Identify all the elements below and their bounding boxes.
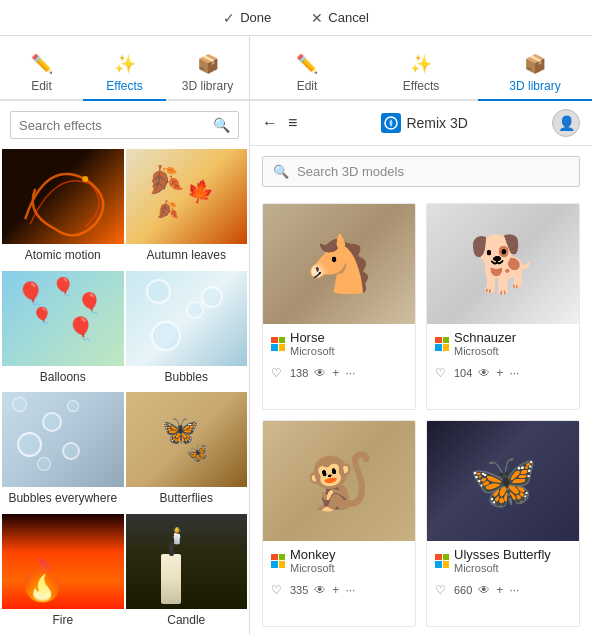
- back-button[interactable]: ←: [262, 114, 278, 132]
- more-icon[interactable]: ···: [345, 583, 355, 597]
- remix3d-logo: Remix 3D: [381, 113, 467, 133]
- done-button[interactable]: ✓ Done: [223, 10, 271, 26]
- model-likes: 104: [454, 367, 472, 379]
- more-icon[interactable]: ···: [509, 366, 519, 380]
- model-likes: 335: [290, 584, 308, 596]
- add-icon[interactable]: +: [496, 366, 503, 380]
- search-3d-bar[interactable]: 🔍 Search 3D models: [262, 156, 580, 187]
- tab-effects-right[interactable]: ✨ Effects: [364, 45, 478, 99]
- top-bar: ✓ Done ✕ Cancel: [0, 0, 592, 36]
- microsoft-logo: [435, 554, 449, 568]
- right-tab-bar: ✏️ Edit ✨ Effects 📦 3D library: [250, 36, 592, 101]
- add-icon[interactable]: +: [332, 366, 339, 380]
- tab-3dlibrary-right[interactable]: 📦 3D library: [478, 45, 592, 99]
- effects-grid: Atomic motion 🍂 🍁 🍂 Autumn leaves 🎈 🎈 🎈: [0, 147, 249, 635]
- list-item[interactable]: 🐴 Horse Microsoft ♡ 138: [262, 203, 416, 410]
- effect-name: Fire: [50, 609, 75, 631]
- tab-edit-left[interactable]: ✏️ Edit: [0, 45, 83, 99]
- x-icon: ✕: [311, 10, 323, 26]
- effect-name: Balloons: [38, 366, 88, 388]
- like-icon[interactable]: ♡: [271, 366, 282, 380]
- check-icon: ✓: [223, 10, 235, 26]
- list-item[interactable]: Bubbles everywhere: [2, 392, 124, 512]
- search-bar[interactable]: 🔍: [10, 111, 239, 139]
- tab-effects-left[interactable]: ✨ Effects: [83, 45, 166, 99]
- view-icon[interactable]: 👁: [478, 583, 490, 597]
- effects-icon: ✨: [114, 53, 136, 75]
- list-item[interactable]: 🐕 Schnauzer Microsoft ♡ 10: [426, 203, 580, 410]
- model-name: Monkey: [290, 547, 336, 562]
- svg-point-0: [82, 176, 88, 182]
- list-item[interactable]: 🦋 Ulysses Butterfly Microsoft ♡: [426, 420, 580, 627]
- model-publisher: Schnauzer Microsoft: [435, 330, 571, 357]
- edit-tab-label-right: Edit: [297, 79, 318, 93]
- cancel-label: Cancel: [328, 10, 368, 25]
- search-input[interactable]: [19, 118, 207, 133]
- model-actions: ♡ 660 👁 + ···: [427, 580, 579, 603]
- like-icon[interactable]: ♡: [435, 583, 446, 597]
- search-3d-placeholder: Search 3D models: [297, 164, 404, 179]
- tab-edit-right[interactable]: ✏️ Edit: [250, 45, 364, 99]
- model-info: Schnauzer Microsoft: [427, 324, 579, 363]
- model-thumb-monkey: 🐒: [263, 421, 415, 541]
- avatar-icon: 👤: [558, 115, 575, 131]
- effect-name: Candle: [165, 609, 207, 631]
- left-panel: ✏️ Edit ✨ Effects 📦 3D library 🔍: [0, 36, 250, 635]
- right-toolbar: ← ≡ Remix 3D 👤: [250, 101, 592, 146]
- like-icon[interactable]: ♡: [435, 366, 446, 380]
- model-name: Horse: [290, 330, 335, 345]
- user-avatar[interactable]: 👤: [552, 109, 580, 137]
- 3dlibrary-icon: 📦: [197, 53, 219, 75]
- effect-name: Bubbles everywhere: [6, 487, 119, 509]
- list-item[interactable]: 🐒 Monkey Microsoft ♡ 335: [262, 420, 416, 627]
- model-info: Ulysses Butterfly Microsoft: [427, 541, 579, 580]
- microsoft-logo: [435, 337, 449, 351]
- view-icon[interactable]: 👁: [314, 583, 326, 597]
- effect-name: Bubbles: [163, 366, 210, 388]
- view-icon[interactable]: 👁: [478, 366, 490, 380]
- list-item[interactable]: 🎈 🎈 🎈 🎈 🎈 Balloons: [2, 271, 124, 391]
- like-icon[interactable]: ♡: [271, 583, 282, 597]
- edit-tab-label: Edit: [31, 79, 52, 93]
- done-label: Done: [240, 10, 271, 25]
- effect-name: Autumn leaves: [145, 244, 228, 266]
- model-publisher-name: Microsoft: [290, 345, 335, 357]
- 3dlibrary-tab-label: 3D library: [182, 79, 233, 93]
- list-item[interactable]: 🔥 Fire: [2, 514, 124, 634]
- list-item[interactable]: Atomic motion: [2, 149, 124, 269]
- add-icon[interactable]: +: [332, 583, 339, 597]
- effect-name: Atomic motion: [23, 244, 103, 266]
- model-thumb-schnauzer: 🐕: [427, 204, 579, 324]
- model-publisher-name: Microsoft: [454, 562, 551, 574]
- main-content: ✏️ Edit ✨ Effects 📦 3D library 🔍: [0, 36, 592, 635]
- model-publisher: Monkey Microsoft: [271, 547, 407, 574]
- edit-icon-right: ✏️: [296, 53, 318, 75]
- search-icon: 🔍: [213, 117, 230, 133]
- effects-tab-label: Effects: [106, 79, 142, 93]
- tab-3dlibrary-left[interactable]: 📦 3D library: [166, 45, 249, 99]
- edit-icon: ✏️: [31, 53, 53, 75]
- view-icon[interactable]: 👁: [314, 366, 326, 380]
- model-likes: 660: [454, 584, 472, 596]
- 3dlibrary-icon-right: 📦: [524, 53, 546, 75]
- menu-button[interactable]: ≡: [288, 114, 297, 132]
- list-item[interactable]: 🦋 🦋 Butterflies: [126, 392, 248, 512]
- cancel-button[interactable]: ✕ Cancel: [311, 10, 368, 26]
- more-icon[interactable]: ···: [509, 583, 519, 597]
- model-thumb-horse: 🐴: [263, 204, 415, 324]
- list-item[interactable]: 🕯️ Candle: [126, 514, 248, 634]
- list-item[interactable]: Bubbles: [126, 271, 248, 391]
- model-publisher-name: Microsoft: [454, 345, 516, 357]
- list-item[interactable]: 🍂 🍁 🍂 Autumn leaves: [126, 149, 248, 269]
- models-grid: 🐴 Horse Microsoft ♡ 138: [250, 195, 592, 635]
- model-info: Horse Microsoft: [263, 324, 415, 363]
- remix3d-brand: Remix 3D: [406, 115, 467, 131]
- add-icon[interactable]: +: [496, 583, 503, 597]
- model-name: Schnauzer: [454, 330, 516, 345]
- model-actions: ♡ 138 👁 + ···: [263, 363, 415, 386]
- 3dlibrary-tab-label-right: 3D library: [509, 79, 560, 93]
- model-publisher: Ulysses Butterfly Microsoft: [435, 547, 571, 574]
- model-publisher-name: Microsoft: [290, 562, 336, 574]
- model-info: Monkey Microsoft: [263, 541, 415, 580]
- more-icon[interactable]: ···: [345, 366, 355, 380]
